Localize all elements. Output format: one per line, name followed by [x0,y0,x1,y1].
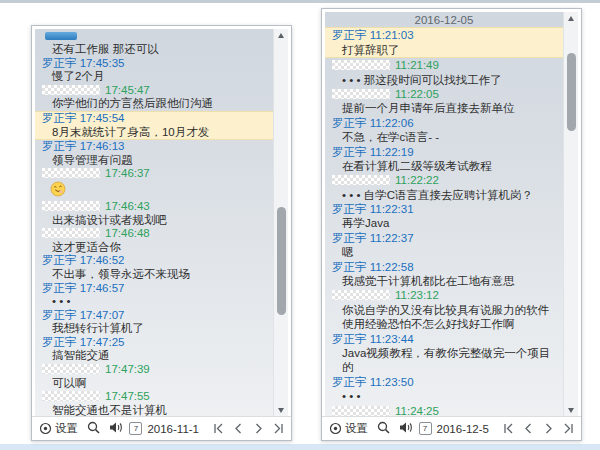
redacted-name-block [42,364,100,374]
sender-name-row[interactable]: 罗正宇 11:22:31 [325,202,563,216]
message-time: 17:47:25 [77,336,125,348]
speaker-icon[interactable] [399,421,414,436]
next-page-button[interactable] [253,423,264,434]
sender-name-row[interactable]: 罗正宇 11:22:37 [325,231,563,245]
sender-name: 罗正宇 [332,376,367,388]
sender-name-row[interactable]: 罗正宇 11:21:03 [325,27,563,42]
chat-message[interactable]: 打算辞职了 [325,43,563,58]
redacted-sender-row[interactable]: 17:46:43 [35,200,273,214]
message-time: 17:45:47 [105,84,150,96]
date-value[interactable]: 2016-12-5 [437,423,489,435]
scrollbar-left[interactable] [273,29,288,416]
sender-name: 罗正宇 [42,309,77,321]
speaker-icon[interactable] [109,421,124,436]
chat-message[interactable]: 搞智能交通 [35,349,273,363]
chat-message[interactable]: 可以啊 [35,377,273,391]
sender-name-row[interactable]: 罗正宇 11:23:50 [325,375,563,389]
chat-message[interactable]: 你说自学的又没有比较具有说服力的软件 使用经验恐怕不怎么好找好工作啊 [325,303,563,332]
chat-message[interactable]: 提前一个月申请年后直接去新单位 [325,101,563,115]
redacted-name-block [332,175,390,185]
chat-message[interactable]: • • • 那这段时间可以找找工作了 [325,73,563,87]
search-icon[interactable] [377,421,390,436]
message-time: 17:47:07 [77,309,125,321]
calendar-icon[interactable]: 7 [129,422,142,435]
chat-message[interactable]: 领导管理有问题 [35,154,273,168]
toolbar-left: 设置 7 2016-11-1 [32,416,291,440]
chat-message[interactable]: 这才更适合你 [35,241,273,255]
chat-message[interactable]: 8月末就统计了身高，10月才发 [35,126,273,141]
scroll-down-arrow-icon[interactable] [564,404,578,416]
prev-page-button[interactable] [523,423,534,434]
calendar-icon[interactable]: 7 [419,422,432,435]
prev-page-button[interactable] [233,423,244,434]
redacted-sender-row[interactable]: 11:21:49 [325,58,563,72]
message-time: 17:46:48 [105,227,150,239]
last-page-button[interactable] [563,423,574,434]
redacted-sender-row[interactable]: 17:47:55 [35,390,273,404]
sender-name-row[interactable]: 罗正宇 17:46:57 [35,282,273,296]
chat-history-window-right: 2016-12-05罗正宇 11:21:03打算辞职了11:21:49• • •… [321,8,582,441]
chat-message[interactable]: • • • [35,295,273,309]
chat-message[interactable]: • • • 自学C语言直接去应聘计算机岗？ [325,188,563,202]
settings-button[interactable]: 设置 [39,421,78,436]
date-value[interactable]: 2016-11-1 [147,423,199,435]
redacted-name-block [42,201,100,211]
scroll-up-arrow-icon[interactable] [274,29,288,41]
settings-button[interactable]: 设置 [329,421,368,436]
chat-message[interactable]: 我想转行计算机了 [35,322,273,336]
sender-name-row[interactable]: 罗正宇 11:22:19 [325,145,563,159]
message-time: 17:46:37 [105,167,150,179]
chat-message[interactable]: 你学他们的方言然后跟他们沟通 [35,97,273,111]
chat-message[interactable]: 我感觉干计算机都比在工地有意思 [325,274,563,288]
scroll-thumb[interactable] [277,207,286,315]
sender-name-row[interactable]: 罗正宇 11:22:06 [325,116,563,130]
scroll-thumb[interactable] [567,53,576,131]
chat-message[interactable]: Java视频教程，有教你完整做完一个项目 的 [325,346,563,375]
scrollbar-right[interactable] [563,12,578,416]
sender-name: 罗正宇 [332,29,367,41]
message-time: 11:23:50 [367,376,414,388]
settings-label: 设置 [345,421,368,436]
sender-name-row[interactable]: 罗正宇 17:47:07 [35,309,273,323]
redacted-sender-row[interactable]: 11:24:25 [325,404,563,416]
first-page-button[interactable] [503,423,514,434]
chat-message[interactable]: 在看计算机二级等级考试教程 [325,159,563,173]
next-page-button[interactable] [543,423,554,434]
last-page-button[interactable] [273,423,284,434]
scroll-up-arrow-icon[interactable] [564,12,578,24]
chat-message[interactable]: 不出事，领导永远不来现场 [35,268,273,282]
sender-name-row[interactable]: 罗正宇 17:46:52 [35,254,273,268]
redacted-sender-row[interactable]: 17:46:37 [35,167,273,181]
scroll-down-arrow-icon[interactable] [274,404,288,416]
sender-name-row[interactable]: 罗正宇 17:45:35 [35,57,273,71]
redacted-sender-row[interactable]: 17:45:47 [35,84,273,98]
chat-message[interactable]: 出来搞设计或者规划吧 [35,214,273,228]
sender-name-row[interactable]: 罗正宇 17:45:54 [35,111,273,126]
redacted-sender-row[interactable]: 11:23:12 [325,288,563,302]
message-time: 11:22:06 [367,117,414,129]
message-time: 11:21:03 [367,29,414,41]
chat-message[interactable]: 还有工作服 那还可以 [35,43,273,57]
record-circle-icon [39,422,52,435]
sender-name-row[interactable]: 罗正宇 17:46:13 [35,140,273,154]
search-icon[interactable] [87,421,100,436]
sender-name-row[interactable]: 罗正宇 11:22:58 [325,260,563,274]
chat-message[interactable]: • • • [325,389,563,403]
chat-message[interactable]: 智能交通也不是计算机 [35,404,273,416]
sender-name-row[interactable]: 罗正宇 11:23:44 [325,332,563,346]
chat-message[interactable]: 慢了2个月 [35,70,273,84]
chat-message[interactable]: 再学Java [325,216,563,230]
redacted-sender-row[interactable]: 11:22:05 [325,87,563,101]
sender-name-row[interactable]: 罗正宇 17:47:25 [35,336,273,350]
snicker-emoji-icon[interactable] [35,181,273,200]
redacted-name-block [332,60,390,70]
redacted-sender-row[interactable]: 11:22:22 [325,173,563,187]
redacted-sender-row[interactable]: 17:46:48 [35,227,273,241]
chat-message[interactable]: 嗯 [325,245,563,259]
first-page-button[interactable] [213,423,224,434]
message-time: 17:47:55 [105,390,150,402]
message-time: 11:21:49 [395,59,439,71]
chat-message[interactable]: 不急，在学c语言- - [325,130,563,144]
redacted-sender-row[interactable]: 17:47:39 [35,363,273,377]
clipped-highlight-tab [45,32,77,40]
